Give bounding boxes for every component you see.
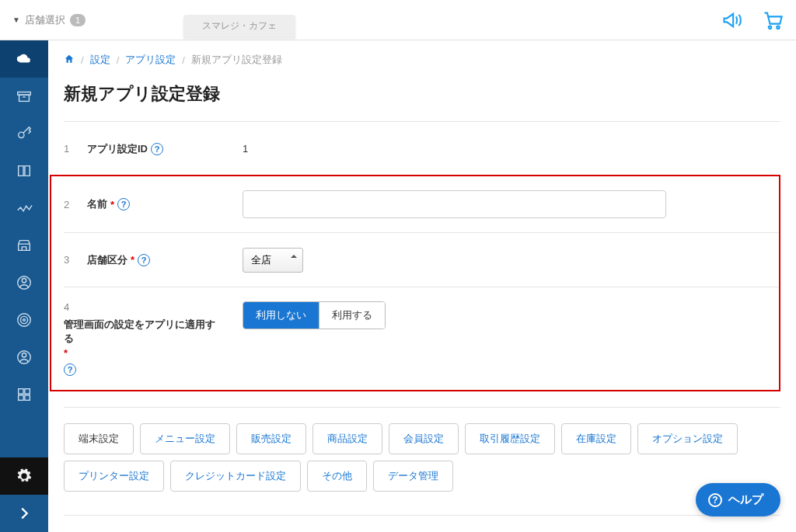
required-mark: * xyxy=(64,347,68,359)
tab-menu[interactable]: メニュー設定 xyxy=(140,423,230,454)
apply-admin-toggle: 利用しない 利用する xyxy=(243,301,386,329)
required-mark: * xyxy=(131,254,134,266)
megaphone-icon[interactable] xyxy=(721,9,743,31)
sidebar-item-store[interactable] xyxy=(0,227,48,264)
svg-rect-3 xyxy=(19,95,30,101)
sidebar-item-key[interactable] xyxy=(0,115,48,152)
row-number: 1 xyxy=(64,143,87,155)
svg-point-1 xyxy=(777,26,780,29)
tab-transaction[interactable]: 取引履歴設定 xyxy=(465,423,555,454)
book-icon xyxy=(16,162,33,179)
breadcrumb: / 設定 / アプリ設定 / 新規アプリ設定登録 xyxy=(64,53,780,67)
name-input[interactable] xyxy=(243,190,666,218)
form-row-name: 2 名前* ? xyxy=(64,176,779,232)
toggle-use[interactable]: 利用する xyxy=(319,302,385,329)
breadcrumb-separator: / xyxy=(117,54,120,66)
row-number: 3 xyxy=(64,254,87,266)
home-icon xyxy=(64,54,75,64)
tab-product[interactable]: 商品設定 xyxy=(312,423,382,454)
sidebar-item-settings[interactable] xyxy=(0,457,48,495)
key-icon xyxy=(16,125,33,142)
store-type-select[interactable]: 全店 xyxy=(243,248,303,273)
sidebar-item-target[interactable] xyxy=(0,301,48,339)
help-icon[interactable]: ? xyxy=(117,198,130,210)
chevron-right-icon xyxy=(16,505,33,522)
svg-point-10 xyxy=(23,319,26,322)
sidebar-item-user2[interactable] xyxy=(0,339,48,376)
section-title-terminal: 端末設定 xyxy=(64,515,780,532)
top-header: ▼ 店舗選択 1 スマレジ・カフェ xyxy=(0,0,796,40)
app-tab[interactable]: スマレジ・カフェ xyxy=(183,15,295,37)
tab-member[interactable]: 会員設定 xyxy=(389,423,459,454)
svg-point-7 xyxy=(22,279,26,283)
row-label-store-type: 店舗区分* ? xyxy=(87,253,243,267)
store-count-badge: 1 xyxy=(70,14,86,26)
svg-rect-13 xyxy=(19,389,23,394)
breadcrumb-home[interactable] xyxy=(64,54,75,67)
tab-creditcard[interactable]: クレジットカード設定 xyxy=(170,461,301,492)
grid-icon xyxy=(16,386,33,403)
archive-icon xyxy=(16,88,33,105)
page-title: 新規アプリ設定登録 xyxy=(64,82,780,106)
tab-option[interactable]: オプション設定 xyxy=(637,423,738,454)
chevron-down-icon: ▼ xyxy=(12,16,20,24)
row-label-apply-admin: 管理画面の設定をアプリに適用する* xyxy=(64,318,219,359)
row-value-app-id: 1 xyxy=(243,143,780,155)
storefront-icon xyxy=(16,237,33,254)
settings-tabs: 端末設定 メニュー設定 販売設定 商品設定 会員設定 取引履歴設定 在庫設定 オ… xyxy=(64,407,780,492)
svg-point-5 xyxy=(19,132,24,137)
sidebar xyxy=(0,40,48,532)
breadcrumb-app-settings[interactable]: アプリ設定 xyxy=(125,53,176,67)
sidebar-item-book[interactable] xyxy=(0,152,48,190)
store-select-label: 店舗選択 xyxy=(25,13,65,27)
sidebar-item-user1[interactable] xyxy=(0,264,48,301)
user-icon xyxy=(16,274,33,291)
help-fab-label: ヘルプ xyxy=(728,492,763,507)
svg-point-0 xyxy=(769,26,772,29)
sidebar-item-chart[interactable] xyxy=(0,190,48,227)
breadcrumb-separator: / xyxy=(81,54,84,66)
svg-rect-16 xyxy=(25,395,30,400)
tab-terminal[interactable]: 端末設定 xyxy=(64,423,134,454)
svg-rect-14 xyxy=(25,389,30,394)
help-icon[interactable]: ? xyxy=(64,363,76,376)
chart-icon xyxy=(16,200,33,217)
svg-point-12 xyxy=(22,353,26,358)
form-row-store-type: 3 店舗区分* ? 全店 xyxy=(64,232,779,287)
row-number: 2 xyxy=(64,199,87,210)
tab-stock[interactable]: 在庫設定 xyxy=(561,423,631,454)
tab-other[interactable]: その他 xyxy=(307,461,367,492)
sidebar-item-archive[interactable] xyxy=(0,78,48,115)
svg-point-8 xyxy=(18,314,31,327)
tab-printer[interactable]: プリンター設定 xyxy=(64,461,164,492)
target-icon xyxy=(16,311,33,329)
svg-point-9 xyxy=(20,316,27,323)
main-content: / 設定 / アプリ設定 / 新規アプリ設定登録 新規アプリ設定登録 1 アプリ… xyxy=(48,40,796,532)
svg-rect-15 xyxy=(19,395,23,400)
cloud-icon xyxy=(16,50,33,68)
breadcrumb-separator: / xyxy=(182,54,185,66)
sidebar-item-cloud[interactable] xyxy=(0,40,48,78)
help-icon[interactable]: ? xyxy=(138,254,150,266)
gear-icon xyxy=(16,468,33,485)
tab-sales[interactable]: 販売設定 xyxy=(236,423,306,454)
help-icon: ? xyxy=(708,493,722,507)
form-row-apply-admin: 4 管理画面の設定をアプリに適用する* ? 利用しない 利用する xyxy=(64,287,779,390)
form-row-app-id: 1 アプリ設定ID ? 1 xyxy=(64,121,780,176)
help-icon[interactable]: ? xyxy=(151,143,163,155)
toggle-not-use[interactable]: 利用しない xyxy=(243,302,319,329)
required-mark: * xyxy=(110,199,114,210)
row-number: 4 xyxy=(64,301,87,313)
breadcrumb-settings[interactable]: 設定 xyxy=(90,53,110,67)
highlighted-section: 2 名前* ? 3 店舗区分* ? 全店 xyxy=(50,175,780,391)
row-label-name: 名前* ? xyxy=(87,197,243,211)
cart-icon[interactable] xyxy=(762,9,784,31)
breadcrumb-current: 新規アプリ設定登録 xyxy=(191,53,282,67)
sidebar-item-grid[interactable] xyxy=(0,376,48,413)
row-label-app-id: アプリ設定ID ? xyxy=(87,142,243,156)
sidebar-item-expand[interactable] xyxy=(0,495,48,532)
store-select-dropdown[interactable]: ▼ 店舗選択 1 xyxy=(12,13,86,27)
user-icon xyxy=(16,349,33,366)
help-fab-button[interactable]: ? ヘルプ xyxy=(696,483,780,516)
tab-data[interactable]: データ管理 xyxy=(373,461,453,492)
